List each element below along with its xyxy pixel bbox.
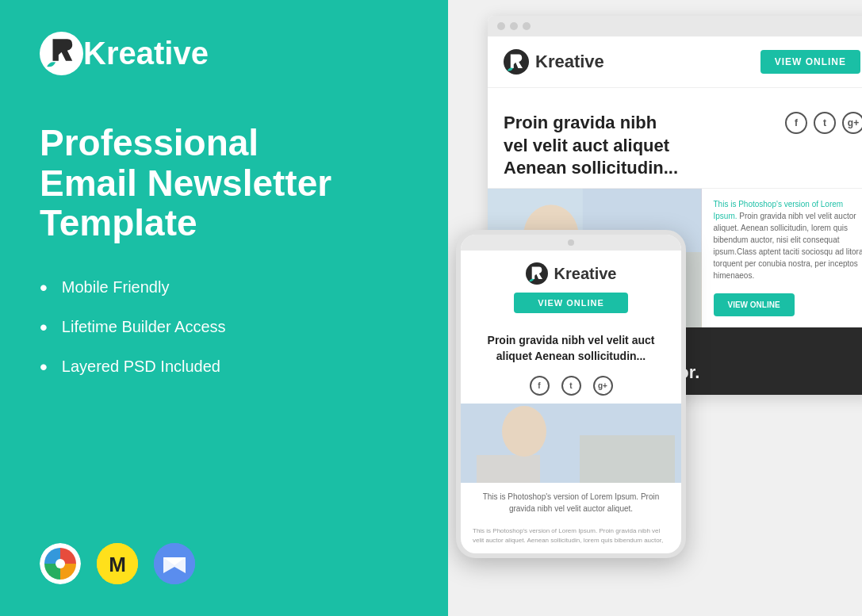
right-panel: Kreative VIEW ONLINE Proin gravida nibh … <box>448 0 862 616</box>
mobile-view-online-button[interactable]: VIEW ONLINE <box>514 293 628 313</box>
svg-point-2 <box>56 559 65 568</box>
email-hero-title: Proin gravida nibh vel velit auct alique… <box>488 96 702 188</box>
logo-area: Kreative <box>40 32 408 75</box>
facebook-icon: f <box>785 112 807 134</box>
googleplus-icon: g+ <box>842 112 862 134</box>
email-logo-text: Kreative <box>535 52 604 72</box>
svg-point-0 <box>40 32 83 75</box>
svg-text:M: M <box>109 553 126 576</box>
left-panel: Kreative ProfessionalEmail NewsletterTem… <box>0 0 448 616</box>
email-social-icons: f t g+ <box>773 96 862 142</box>
desktop-view-online-button[interactable]: VIEW ONLINE <box>760 50 860 74</box>
mobile-email-preview: Kreative VIEW ONLINE Proin gravida nibh … <box>456 230 686 558</box>
mobile-social-icons: f t g+ <box>461 372 681 404</box>
integrations-area: M <box>40 543 408 584</box>
mobile-email-header: Kreative VIEW ONLINE <box>461 251 681 325</box>
mobile-hero-title: Proin gravida nibh vel velit auct alique… <box>461 325 681 372</box>
browser-dot-1 <box>497 22 505 30</box>
email-header: Kreative VIEW ONLINE <box>488 36 862 88</box>
browser-dot-3 <box>523 22 531 30</box>
mobile-small-text: This is Photoshop's version of Lorem Ips… <box>461 522 681 553</box>
mailchimp-icon: M <box>97 543 138 584</box>
mobile-facebook-icon: f <box>530 376 550 396</box>
email-text-block: This is Photoshop's version of Lorem Ips… <box>702 189 863 327</box>
feature-item-3: Layered PSD Included <box>40 354 408 380</box>
pinwheel-icon <box>40 543 81 584</box>
mobile-notch <box>461 235 681 251</box>
feature-item-1: Mobile Friendly <box>40 275 408 300</box>
features-list: Mobile Friendly Lifetime Builder Access … <box>40 275 408 394</box>
feature-item-2: Lifetime Builder Access <box>40 315 408 340</box>
svg-point-20 <box>502 406 546 457</box>
svg-rect-22 <box>580 435 675 483</box>
mobile-body-text: This is Photoshop's version of Lorem Ips… <box>461 483 681 522</box>
mobile-notch-circle <box>568 239 574 246</box>
mobile-twitter-icon: t <box>561 376 581 396</box>
campaign-monitor-icon <box>154 543 195 584</box>
email-logo-icon <box>504 49 529 75</box>
twitter-icon: t <box>814 112 836 134</box>
browser-chrome <box>488 16 862 36</box>
email-body-text: Proin gravida nibh vel velit auctor aliq… <box>714 212 863 280</box>
mobile-googleplus-icon: g+ <box>593 376 613 396</box>
left-logo-text: Kreative <box>83 36 209 71</box>
email-logo-area: Kreative <box>504 49 604 75</box>
svg-rect-21 <box>477 455 540 483</box>
mobile-logo-text: Kreative <box>554 265 617 283</box>
main-headline: ProfessionalEmail NewsletterTemplate <box>40 123 408 243</box>
browser-dot-2 <box>510 22 518 30</box>
kreative-logo-icon <box>40 32 83 75</box>
mobile-hero-image <box>461 404 681 483</box>
email-view-online-link[interactable]: VIEW ONLINE <box>714 293 795 316</box>
mobile-logo-area: Kreative <box>526 262 617 285</box>
mobile-logo-icon <box>526 262 548 285</box>
